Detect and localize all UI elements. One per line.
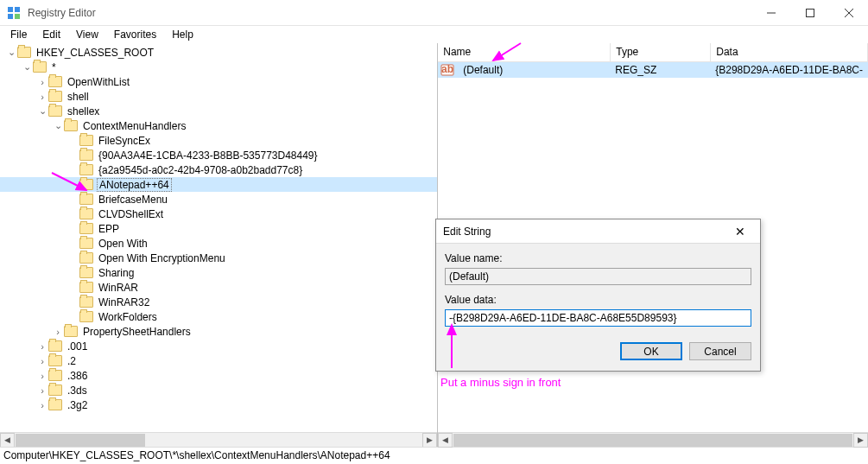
tree-label: shellex xyxy=(66,105,101,118)
value-data: {B298D29A-A6ED-11DE-BA8C- xyxy=(710,64,868,76)
col-header-name[interactable]: Name xyxy=(438,43,611,61)
col-header-data[interactable]: Data xyxy=(711,43,868,61)
tree-label: CLVDShellExt xyxy=(97,208,165,220)
tree-label: {90AA3A4E-1CBA-4233-B8BB-535773D48449} xyxy=(97,149,320,162)
tree-label: PropertySheetHandlers xyxy=(81,326,193,338)
tree-label: WinRAR xyxy=(97,282,140,294)
values-h-scrollbar[interactable]: ◀ ▶ xyxy=(438,432,868,447)
expand-icon[interactable]: › xyxy=(36,400,48,410)
collapse-icon[interactable]: ⌄ xyxy=(36,105,48,117)
tree-node-shellex[interactable]: ⌄shellex xyxy=(0,104,437,118)
tree-node-handler[interactable]: Open With xyxy=(0,236,437,251)
menu-help[interactable]: Help xyxy=(165,27,200,42)
minimize-button[interactable] xyxy=(751,0,790,26)
svg-rect-1 xyxy=(15,7,20,12)
tree-label: WinRAR32 xyxy=(97,296,151,308)
tree-node-handler[interactable]: WinRAR32 xyxy=(0,295,437,309)
value-name: (Default) xyxy=(458,64,610,76)
expand-icon[interactable]: › xyxy=(36,385,48,396)
app-icon xyxy=(7,6,21,20)
tree-node-handler[interactable]: Open With EncryptionMenu xyxy=(0,251,437,265)
value-type: REG_SZ xyxy=(610,64,710,76)
folder-icon xyxy=(64,120,78,131)
tree-node-sibling[interactable]: ›.386 xyxy=(0,368,437,383)
folder-icon xyxy=(64,326,78,337)
value-row-default[interactable]: ab (Default) REG_SZ {B298D29A-A6ED-11DE-… xyxy=(438,62,868,78)
col-header-type[interactable]: Type xyxy=(611,43,711,61)
tree-node-handler[interactable]: {90AA3A4E-1CBA-4233-B8BB-535773D48449} xyxy=(0,148,437,162)
folder-icon xyxy=(79,223,93,234)
dialog-close-button[interactable]: ✕ xyxy=(727,225,753,238)
close-button[interactable] xyxy=(829,0,868,26)
value-name-label: Value name: xyxy=(445,252,751,264)
scroll-thumb[interactable] xyxy=(16,434,145,447)
window-controls xyxy=(751,0,868,26)
status-bar: Computer\HKEY_CLASSES_ROOT\*\shellex\Con… xyxy=(0,447,868,464)
window-title: Registry Editor xyxy=(28,7,751,19)
menu-view[interactable]: View xyxy=(69,27,105,42)
menu-favorites[interactable]: Favorites xyxy=(107,27,163,42)
expand-icon[interactable]: › xyxy=(36,92,48,102)
tree-node-handler[interactable]: Sharing xyxy=(0,265,437,280)
scroll-left-icon[interactable]: ◀ xyxy=(0,433,15,448)
dialog-title: Edit String xyxy=(443,226,727,238)
folder-icon xyxy=(79,194,93,205)
tree-node-sibling[interactable]: ›.3g2 xyxy=(0,397,437,412)
scroll-right-icon[interactable]: ▶ xyxy=(422,433,437,448)
tree-node-handler[interactable]: WorkFolders xyxy=(0,309,437,324)
tree-node-handler[interactable]: BriefcaseMenu xyxy=(0,192,437,207)
collapse-icon[interactable]: ⌄ xyxy=(52,120,64,131)
tree-node-handler[interactable]: EPP xyxy=(0,221,437,236)
tree-node-handler[interactable]: {a2a9545d-a0c2-42b4-9708-a0b2badd77c8} xyxy=(0,162,437,177)
tree-node-propertysheethandlers[interactable]: ›PropertySheetHandlers xyxy=(0,324,437,339)
menu-bar: File Edit View Favorites Help xyxy=(0,26,868,43)
tree-label: Sharing xyxy=(97,267,136,279)
menu-edit[interactable]: Edit xyxy=(35,27,67,42)
expand-icon[interactable]: › xyxy=(52,327,64,337)
tree-node-sibling[interactable]: ›.001 xyxy=(0,339,437,353)
folder-icon xyxy=(48,91,62,102)
scroll-thumb[interactable] xyxy=(453,434,852,447)
tree-node-contextmenuhandlers[interactable]: ⌄ContextMenuHandlers xyxy=(0,118,437,133)
tree-node-root[interactable]: ⌄HKEY_CLASSES_ROOT xyxy=(0,45,437,60)
collapse-icon[interactable]: ⌄ xyxy=(5,47,17,58)
tree-node-sibling[interactable]: ›.3ds xyxy=(0,383,437,397)
tree-label: Open With EncryptionMenu xyxy=(97,252,227,264)
dialog-title-bar[interactable]: Edit String ✕ xyxy=(436,219,760,244)
tree-node-openwithlist[interactable]: ›OpenWithList xyxy=(0,74,437,89)
expand-icon[interactable]: › xyxy=(36,371,48,381)
tree-label: .2 xyxy=(66,355,78,367)
tree-node-star[interactable]: ⌄* xyxy=(0,60,437,74)
maximize-button[interactable] xyxy=(790,0,829,26)
cancel-button[interactable]: Cancel xyxy=(689,342,751,360)
folder-icon xyxy=(79,267,93,278)
menu-file[interactable]: File xyxy=(3,27,34,42)
registry-tree[interactable]: ⌄HKEY_CLASSES_ROOT ⌄* ›OpenWithList ›she… xyxy=(0,43,437,432)
folder-icon xyxy=(48,355,62,366)
tree-node-anotepad[interactable]: ANotepad++64 xyxy=(0,177,437,192)
ok-button[interactable]: OK xyxy=(620,342,682,360)
value-data-field[interactable] xyxy=(445,309,751,327)
tree-label: shell xyxy=(66,91,91,103)
tree-label: .3g2 xyxy=(66,399,89,411)
folder-icon xyxy=(79,179,93,190)
value-name-field[interactable] xyxy=(445,268,751,285)
tree-node-sibling[interactable]: ›.2 xyxy=(0,353,437,368)
expand-icon[interactable]: › xyxy=(36,77,48,87)
scroll-right-icon[interactable]: ▶ xyxy=(853,433,868,448)
value-data-label: Value data: xyxy=(445,294,751,306)
collapse-icon[interactable]: ⌄ xyxy=(21,61,33,73)
tree-label: * xyxy=(50,61,58,73)
expand-icon[interactable]: › xyxy=(36,356,48,366)
tree-label: ContextMenuHandlers xyxy=(81,120,187,132)
status-path: Computer\HKEY_CLASSES_ROOT\*\shellex\Con… xyxy=(3,449,390,461)
expand-icon[interactable]: › xyxy=(36,341,48,352)
tree-h-scrollbar[interactable]: ◀ ▶ xyxy=(0,432,437,447)
tree-node-handler[interactable]: CLVDShellExt xyxy=(0,207,437,221)
scroll-left-icon[interactable]: ◀ xyxy=(438,433,453,448)
svg-text:ab: ab xyxy=(441,63,453,75)
tree-node-handler[interactable]: FileSyncEx xyxy=(0,133,437,148)
tree-label: OpenWithList xyxy=(66,76,131,88)
tree-node-shell[interactable]: ›shell xyxy=(0,89,437,104)
tree-node-handler[interactable]: WinRAR xyxy=(0,280,437,295)
